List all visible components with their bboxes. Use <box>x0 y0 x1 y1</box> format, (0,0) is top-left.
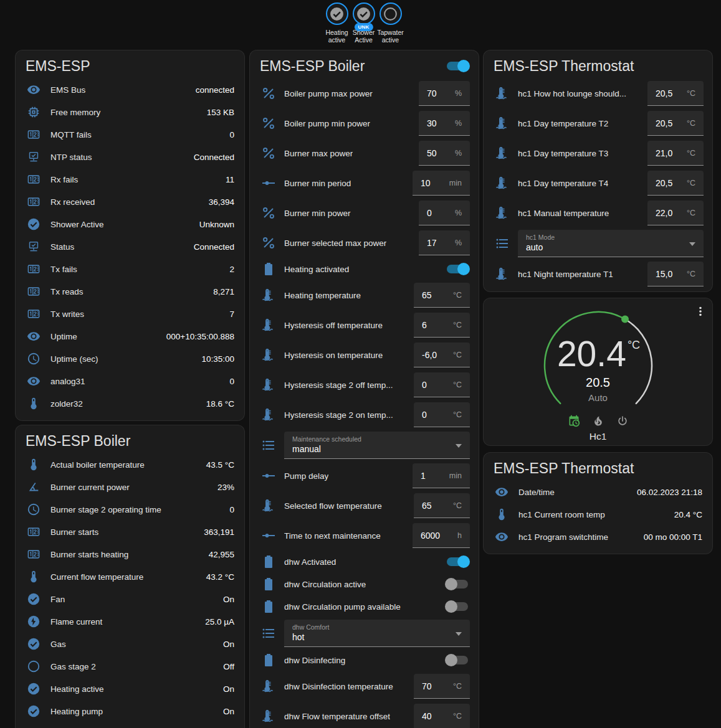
entity-row-uptime-sec-[interactable]: Uptime (sec)10:35:00 <box>16 347 244 370</box>
number-input[interactable]: 65°C <box>414 283 470 308</box>
number-input[interactable]: 20,5°C <box>647 81 704 106</box>
entity-row-tx-writes[interactable]: Tx writes7 <box>16 303 244 325</box>
entity-row-flame-current[interactable]: Flame current25.0 µA <box>16 610 244 633</box>
entity-value: 06.02.2023 21:18 <box>637 488 702 497</box>
entity-row-time-to-next-maintenance: Time to next maintenance6000h <box>250 521 479 551</box>
entity-row-gas[interactable]: GasOn <box>16 633 244 655</box>
number-input[interactable]: 30% <box>419 111 470 136</box>
entity-name: zolder32 <box>50 399 83 409</box>
entity-row-hc1-program-switchtime[interactable]: hc1 Program switchtime00 mo 00:00 T1 <box>484 526 712 548</box>
entity-row-status[interactable]: StatusConnected <box>16 235 244 258</box>
entity-name: dhw Circulation pump available <box>284 602 401 612</box>
toggle-switch[interactable] <box>447 265 468 273</box>
entity-name: Time to next maintenance <box>284 531 381 541</box>
eye-icon <box>27 83 41 97</box>
number-input[interactable]: 0% <box>419 201 470 225</box>
entity-name: Hysteresis off temperature <box>284 321 383 330</box>
toggle-switch[interactable] <box>447 557 468 566</box>
number-input[interactable]: 50% <box>419 141 470 166</box>
number-input[interactable]: 21,0°C <box>647 141 704 166</box>
entity-row-analog31[interactable]: analog310 <box>16 370 244 392</box>
entity-name: Uptime <box>50 332 77 341</box>
mode-button-power[interactable] <box>616 415 629 430</box>
badge-tapwater-active[interactable]: Tapwater active <box>380 2 402 44</box>
clock-icon <box>27 503 41 516</box>
entity-row-rx-received[interactable]: Rx received36,394 <box>16 191 244 213</box>
entity-value: 7 <box>229 310 234 319</box>
select-label: Maintenance scheduled <box>292 435 451 443</box>
number-input[interactable]: 0°C <box>414 372 470 397</box>
toggle-switch[interactable] <box>447 580 468 589</box>
entity-row-uptime[interactable]: Uptime000+10:35:00.888 <box>16 325 244 347</box>
entity-value: Connected <box>194 242 234 252</box>
number-input[interactable]: 17% <box>419 230 470 255</box>
entity-row-date-time[interactable]: Date/time06.02.2023 21:18 <box>484 481 712 503</box>
entity-name: EMS Bus <box>50 85 85 95</box>
select-input[interactable]: Maintenance scheduledmanual <box>284 432 470 459</box>
entity-name: Burner max power <box>284 149 353 158</box>
entity-row-hysteresis-stage-2-off-temp-: Hysteresis stage 2 off temp...0°C <box>250 370 479 400</box>
entity-row-gas-stage-2[interactable]: Gas stage 2Off <box>16 655 244 678</box>
entity-row-tx-reads[interactable]: Tx reads8,271 <box>16 280 244 303</box>
badge-circle[interactable]: UNK <box>353 2 375 25</box>
number-input[interactable]: 1min <box>413 463 470 488</box>
number-unit: °C <box>453 410 462 419</box>
entity-row-rx-fails[interactable]: Rx fails11 <box>16 168 244 191</box>
number-input[interactable]: 22,0°C <box>647 201 704 225</box>
number-input[interactable]: 70°C <box>414 674 470 699</box>
entity-row-ems-bus[interactable]: EMS Busconnected <box>16 78 244 101</box>
card-ems-esp: EMS-ESP EMS BusconnectedFree memory153 K… <box>15 50 245 421</box>
number-input[interactable]: 20,5°C <box>647 171 704 196</box>
entity-row-heating-active[interactable]: Heating activeOn <box>16 678 244 700</box>
entity-row-heating-pump[interactable]: Heating pumpOn <box>16 700 244 722</box>
entity-name: dhw Disinfection temperature <box>284 682 393 691</box>
entity-row-shower-active[interactable]: Shower ActiveUnknown <box>16 213 244 235</box>
number-input[interactable]: 15,0°C <box>647 262 704 286</box>
entity-row-burner-current-power[interactable]: Burner current power23% <box>16 476 244 498</box>
entity-row-tx-fails[interactable]: Tx fails2 <box>16 258 244 280</box>
entity-row-free-memory[interactable]: Free memory153 KB <box>16 101 244 123</box>
entity-value: 0 <box>229 377 234 386</box>
badge-circle[interactable] <box>326 2 348 25</box>
card-ems-esp-boiler-sensors: EMS-ESP Boiler Actual boiler temperature… <box>15 425 245 728</box>
entity-name: Hysteresis on temperature <box>284 351 383 360</box>
number-input[interactable]: 0°C <box>414 402 470 427</box>
entity-row-current-flow-temperature[interactable]: Current flow temperature43.2 °C <box>16 565 244 588</box>
entity-row-actual-boiler-temperature[interactable]: Actual boiler temperature43.5 °C <box>16 453 244 476</box>
number-value: 6000 <box>421 531 440 541</box>
number-input[interactable]: 65°C <box>414 493 470 518</box>
number-input[interactable]: 20,5°C <box>647 111 704 136</box>
entity-row-zolder32[interactable]: zolder3218.6 °C <box>16 392 244 415</box>
toggle-switch[interactable] <box>447 602 468 611</box>
mode-button-calendar-clock[interactable] <box>568 415 580 430</box>
number-unit: °C <box>687 119 695 128</box>
boiler-master-toggle[interactable] <box>447 62 468 70</box>
entity-row-hysteresis-off-temperature: Hysteresis off temperature6°C <box>250 310 479 340</box>
more-options-icon[interactable] <box>694 305 707 318</box>
select-input[interactable]: dhw Comforthot <box>284 620 470 647</box>
entity-name: hc1 Day temperature T4 <box>518 179 608 188</box>
mode-button-fire[interactable] <box>592 415 604 430</box>
number-input[interactable]: 40°C <box>414 704 470 728</box>
entity-row-mqtt-fails[interactable]: MQTT fails0 <box>16 123 244 146</box>
number-input[interactable]: 10min <box>413 171 470 196</box>
thermo-water-icon <box>261 679 276 694</box>
thermostat-dial[interactable]: 20.4°C 20.5 Auto Hc1 <box>531 298 666 433</box>
entity-row-ntp-status[interactable]: NTP statusConnected <box>16 146 244 168</box>
entity-row-fan[interactable]: FanOn <box>16 588 244 610</box>
number-input[interactable]: 6000h <box>413 523 470 548</box>
entity-row-hc1-current-room-temp[interactable]: hc1 Current room temp20.4 °C <box>484 503 712 526</box>
number-value: 20,5 <box>656 178 672 188</box>
dial-handle[interactable] <box>621 316 629 323</box>
entity-row-burner-starts-heating[interactable]: Burner starts heating42,955 <box>16 543 244 565</box>
number-input[interactable]: 70% <box>419 81 470 106</box>
number-input[interactable]: 6°C <box>414 313 470 338</box>
status-badges: Heating activeUNKShower ActiveTapwater a… <box>3 2 721 44</box>
entity-row-burner-starts[interactable]: Burner starts363,191 <box>16 521 244 543</box>
select-input[interactable]: hc1 Modeauto <box>518 230 704 257</box>
entity-row-burner-stage-2-operating-time[interactable]: Burner stage 2 operating time0 <box>16 498 244 521</box>
thermo-water-icon <box>495 267 510 281</box>
badge-circle[interactable] <box>380 2 402 25</box>
toggle-switch[interactable] <box>447 656 468 664</box>
number-input[interactable]: -6,0°C <box>414 343 470 367</box>
